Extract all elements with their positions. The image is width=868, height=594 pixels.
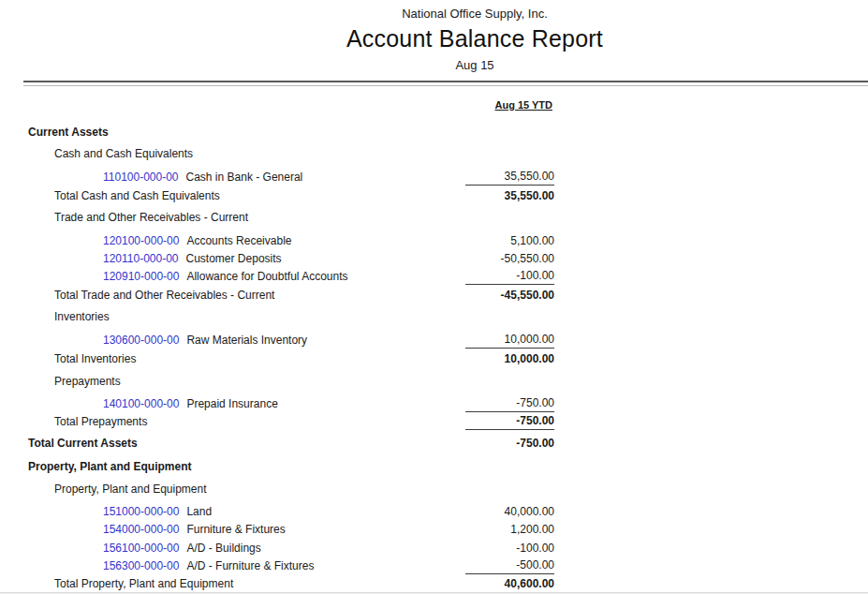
section-row: Property, Plant and Equipment bbox=[0, 457, 554, 475]
report-body: Aug 15 YTD Current Assets Cash and Cash … bbox=[0, 99, 554, 592]
account-row: 154000-000-00Furniture & Fixtures 1,200.… bbox=[0, 520, 554, 538]
header-separator-dark bbox=[23, 81, 868, 82]
report-header: National Office Supply, Inc. Account Bal… bbox=[0, 0, 868, 72]
account-number-link[interactable]: 120100-000-00 bbox=[103, 234, 179, 247]
amount-value: 35,550.00 bbox=[465, 170, 554, 186]
account-number-link[interactable]: 120110-000-00 bbox=[103, 252, 179, 265]
section-label: Current Assets bbox=[28, 126, 109, 139]
total-label: Total Inventories bbox=[54, 352, 136, 365]
total-label: Total Trade and Other Receivables - Curr… bbox=[54, 289, 274, 302]
total-amount: -45,550.00 bbox=[465, 289, 554, 304]
subsection-label: Property, Plant and Equipment bbox=[54, 483, 207, 496]
section-row: Current Assets bbox=[0, 123, 554, 141]
total-amount: 10,000.00 bbox=[465, 352, 554, 367]
account-row: 130600-000-00Raw Materials Inventory 10,… bbox=[0, 331, 554, 349]
subsection-label: Trade and Other Receivables - Current bbox=[54, 211, 248, 224]
total-label: Total Property, Plant and Equipment bbox=[54, 577, 233, 590]
amount-value: 10,000.00 bbox=[465, 333, 554, 349]
account-row: 120110-000-00Customer Deposits -50,550.0… bbox=[0, 249, 554, 267]
total-row: Total Cash and Cash Equivalents 35,550.0… bbox=[0, 186, 554, 204]
account-row: 120910-000-00Allowance for Doubtful Acco… bbox=[0, 267, 554, 285]
header-separator-light bbox=[23, 85, 868, 86]
total-label: Total Cash and Cash Equivalents bbox=[54, 189, 220, 202]
account-row: 110100-000-00Cash in Bank - General 35,5… bbox=[0, 168, 554, 186]
total-amount: 35,550.00 bbox=[465, 189, 554, 204]
subsection-label: Cash and Cash Equivalents bbox=[54, 147, 193, 160]
total-amount: 40,600.00 bbox=[465, 577, 554, 592]
section-label: Property, Plant and Equipment bbox=[28, 460, 191, 473]
total-row: Total Property, Plant and Equipment 40,6… bbox=[0, 574, 554, 592]
account-name: A/D - Furniture & Fixtures bbox=[186, 559, 314, 572]
total-amount: -750.00 bbox=[465, 414, 554, 430]
subsection-row: Property, Plant and Equipment bbox=[0, 480, 554, 497]
amount-value: 40,000.00 bbox=[465, 505, 554, 520]
amount-value: -100.00 bbox=[465, 269, 554, 285]
page-title: Account Balance Report bbox=[0, 25, 868, 52]
report-rows: Current Assets Cash and Cash Equivalents… bbox=[0, 123, 554, 592]
report-period: Aug 15 bbox=[0, 58, 868, 72]
company-name: National Office Supply, Inc. bbox=[0, 0, 868, 21]
account-name: Land bbox=[186, 505, 212, 518]
subsection-row: Inventories bbox=[0, 307, 554, 325]
account-name: Raw Materials Inventory bbox=[186, 334, 307, 347]
grand-total-label: Total Current Assets bbox=[28, 437, 138, 450]
subsection-row: Trade and Other Receivables - Current bbox=[0, 208, 554, 226]
report-page: National Office Supply, Inc. Account Bal… bbox=[0, 0, 868, 592]
account-name: A/D - Buildings bbox=[186, 542, 260, 555]
account-name: Prepaid Insurance bbox=[186, 397, 277, 410]
total-label: Total Prepayments bbox=[54, 415, 147, 428]
account-number-link[interactable]: 140100-000-00 bbox=[103, 397, 179, 410]
account-number-link[interactable]: 154000-000-00 bbox=[103, 523, 179, 536]
account-number-link[interactable]: 130600-000-00 bbox=[103, 334, 179, 347]
subsection-label: Inventories bbox=[54, 310, 110, 323]
account-row: 156300-000-00A/D - Furniture & Fixtures … bbox=[0, 557, 554, 574]
subsection-label: Prepayments bbox=[54, 375, 121, 388]
account-name: Allowance for Doubtful Accounts bbox=[186, 270, 347, 283]
account-row: 140100-000-00Prepaid Insurance -750.00 bbox=[0, 394, 554, 412]
grand-total-row: Total Current Assets -750.00 bbox=[0, 434, 554, 452]
column-header-ytd: Aug 15 YTD bbox=[0, 99, 554, 114]
amount-value: -50,550.00 bbox=[465, 252, 554, 267]
total-row: Total Inventories 10,000.00 bbox=[0, 349, 554, 367]
account-row: 151000-000-00Land 40,000.00 bbox=[0, 502, 554, 520]
total-row: Total Prepayments -750.00 bbox=[0, 412, 554, 430]
account-number-link[interactable]: 120910-000-00 bbox=[103, 270, 179, 283]
total-row: Total Trade and Other Receivables - Curr… bbox=[0, 286, 554, 304]
account-number-link[interactable]: 156300-000-00 bbox=[103, 559, 179, 572]
amount-value: -500.00 bbox=[465, 558, 554, 574]
account-name: Furniture & Fixtures bbox=[186, 523, 285, 536]
account-name: Customer Deposits bbox=[186, 252, 282, 265]
account-name: Accounts Receivable bbox=[186, 234, 291, 247]
amount-value: 5,100.00 bbox=[465, 234, 554, 249]
amount-value: -100.00 bbox=[465, 542, 554, 557]
account-number-link[interactable]: 151000-000-00 bbox=[103, 505, 179, 518]
account-row: 120100-000-00Accounts Receivable 5,100.0… bbox=[0, 231, 554, 249]
account-row: 156100-000-00A/D - Buildings -100.00 bbox=[0, 539, 554, 557]
account-number-link[interactable]: 110100-000-00 bbox=[103, 171, 179, 184]
subsection-row: Prepayments bbox=[0, 372, 554, 390]
grand-total-amount: -750.00 bbox=[465, 437, 554, 452]
amount-value: 1,200.00 bbox=[465, 523, 554, 538]
subsection-row: Cash and Cash Equivalents bbox=[0, 144, 554, 162]
account-number-link[interactable]: 156100-000-00 bbox=[103, 542, 179, 555]
account-name: Cash in Bank - General bbox=[186, 171, 303, 184]
amount-value: -750.00 bbox=[465, 396, 554, 412]
